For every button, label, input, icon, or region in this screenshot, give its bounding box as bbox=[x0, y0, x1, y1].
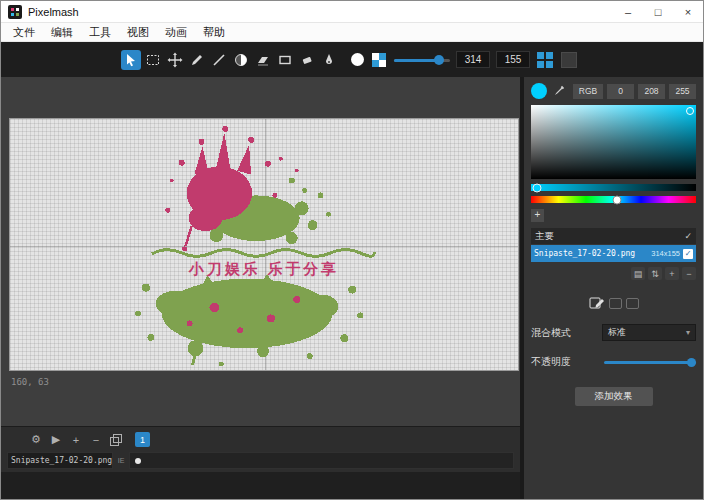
menu-edit[interactable]: 编辑 bbox=[43, 25, 81, 40]
menu-view[interactable]: 视图 bbox=[119, 25, 157, 40]
app-logo-icon bbox=[8, 5, 22, 19]
timeline-panel: ⚙ ▶ + − 1 Snipaste_17-02-20.png IE bbox=[1, 426, 520, 472]
move-icon bbox=[167, 52, 183, 68]
tool-pencil[interactable] bbox=[187, 50, 207, 70]
layer-buttons-row: ▤ ⇅ + − bbox=[531, 267, 696, 280]
frame-1-button[interactable]: 1 bbox=[135, 432, 150, 447]
effect-frame-icon-1[interactable] bbox=[609, 298, 622, 309]
pen-nib-icon bbox=[321, 52, 337, 68]
brush-shape-circle-icon[interactable] bbox=[351, 53, 364, 66]
green-value-input[interactable]: 208 bbox=[638, 84, 665, 99]
hue-slider-handle[interactable] bbox=[612, 195, 621, 204]
effect-frame-icon-2[interactable] bbox=[626, 298, 639, 309]
add-swatch-button[interactable]: + bbox=[531, 209, 544, 222]
tool-pen[interactable] bbox=[319, 50, 339, 70]
opacity-label: 不透明度 bbox=[531, 355, 571, 369]
blend-mode-dropdown[interactable]: 标准 ▾ bbox=[602, 324, 696, 341]
layer-group-label: 主要 bbox=[535, 230, 554, 243]
grid-icon bbox=[536, 51, 554, 69]
hue-slider[interactable] bbox=[531, 196, 696, 203]
timeline-controls: ⚙ ▶ + − 1 bbox=[1, 427, 520, 452]
dither-pattern-icon[interactable] bbox=[372, 53, 386, 67]
eraser-icon bbox=[299, 52, 315, 68]
keyframe-track[interactable] bbox=[129, 452, 514, 469]
tool-gradient[interactable] bbox=[231, 50, 251, 70]
right-panel: RGB 0 208 255 + 主要 ✓ Snipaste_17-02-20.p… bbox=[524, 77, 703, 499]
tool-line[interactable] bbox=[209, 50, 229, 70]
layer-size: 314x155 bbox=[651, 249, 680, 258]
add-effect-row: 添加效果 bbox=[531, 387, 696, 406]
pixel-art: 小刀娱乐 乐于分享 bbox=[10, 119, 518, 370]
keyframe-dot[interactable] bbox=[135, 458, 141, 464]
opacity-row: 不透明度 bbox=[531, 355, 696, 369]
delete-layer-button[interactable]: − bbox=[682, 267, 696, 280]
add-effect-button[interactable]: 添加效果 bbox=[575, 387, 653, 406]
marquee-icon bbox=[145, 52, 161, 68]
menu-help[interactable]: 帮助 bbox=[195, 25, 233, 40]
tool-marquee[interactable] bbox=[143, 50, 163, 70]
toolbar: 314 155 bbox=[1, 42, 703, 77]
pixel-canvas[interactable]: 小刀娱乐 乐于分享 bbox=[9, 118, 519, 371]
red-value-input[interactable]: 0 bbox=[607, 84, 634, 99]
chevron-down-icon: ▾ bbox=[686, 328, 690, 337]
pixel-grid-toggle-button[interactable] bbox=[535, 50, 555, 70]
tool-select[interactable] bbox=[121, 50, 141, 70]
brightness-slider[interactable] bbox=[531, 184, 696, 191]
gradient-circle-icon bbox=[233, 52, 249, 68]
menu-bar: 文件 编辑 工具 视图 动画 帮助 bbox=[1, 23, 703, 42]
timeline-layer-badge: IE bbox=[113, 452, 129, 469]
maximize-button[interactable]: □ bbox=[643, 1, 673, 22]
eyedropper-icon[interactable] bbox=[553, 85, 565, 97]
tool-rectangle[interactable] bbox=[275, 50, 295, 70]
reorder-layer-button[interactable]: ⇅ bbox=[648, 267, 662, 280]
layer-name: Snipaste_17-02-20.png bbox=[534, 249, 648, 258]
menu-file[interactable]: 文件 bbox=[5, 25, 43, 40]
tool-eraser[interactable] bbox=[297, 50, 317, 70]
opacity-slider-track bbox=[604, 361, 696, 364]
rectangle-icon bbox=[277, 52, 293, 68]
timeline-layer-row: Snipaste_17-02-20.png IE bbox=[7, 452, 520, 469]
slider-handle[interactable] bbox=[434, 55, 444, 65]
secondary-view-toggle-button[interactable] bbox=[561, 52, 577, 68]
timeline-settings-button[interactable]: ⚙ bbox=[27, 432, 45, 448]
opacity-slider-handle[interactable] bbox=[687, 358, 696, 367]
minimize-button[interactable]: – bbox=[613, 1, 643, 22]
tool-fill[interactable] bbox=[253, 50, 273, 70]
add-layer-button[interactable]: ▤ bbox=[631, 267, 645, 280]
tool-move[interactable] bbox=[165, 50, 185, 70]
layer-group-header[interactable]: 主要 ✓ bbox=[531, 228, 696, 244]
view-toggle-group bbox=[535, 50, 577, 70]
color-controls-row: RGB 0 208 255 bbox=[531, 83, 696, 99]
color-mode-select[interactable]: RGB bbox=[573, 84, 603, 99]
brush-size-slider[interactable] bbox=[394, 54, 450, 66]
new-layer-button[interactable]: + bbox=[665, 267, 679, 280]
layer-item-selected[interactable]: Snipaste_17-02-20.png 314x155 ✓ bbox=[531, 245, 696, 262]
art-text: 小刀娱乐 乐于分享 bbox=[188, 261, 339, 277]
sv-picker-marker[interactable] bbox=[686, 107, 694, 115]
duplicate-frame-button[interactable] bbox=[107, 432, 125, 448]
brightness-slider-handle[interactable] bbox=[533, 183, 542, 192]
green-splat-bottom bbox=[135, 274, 363, 367]
timeline-layer-name[interactable]: Snipaste_17-02-20.png bbox=[7, 452, 113, 469]
canvas-width-input[interactable]: 314 bbox=[456, 51, 490, 68]
close-button[interactable]: × bbox=[673, 1, 703, 22]
play-button[interactable]: ▶ bbox=[47, 432, 65, 448]
bottom-strip bbox=[1, 472, 520, 499]
add-frame-button[interactable]: + bbox=[67, 432, 85, 448]
layer-group-visibility-check[interactable]: ✓ bbox=[684, 231, 692, 241]
saturation-value-picker[interactable] bbox=[531, 105, 696, 179]
slider-fill bbox=[394, 59, 439, 62]
edit-effect-icon[interactable] bbox=[589, 296, 605, 310]
opacity-slider[interactable] bbox=[604, 357, 696, 368]
canvas-height-input[interactable]: 155 bbox=[496, 51, 530, 68]
current-color-swatch[interactable] bbox=[531, 83, 547, 99]
window-controls: – □ × bbox=[613, 1, 703, 22]
window-title: Pixelmash bbox=[28, 6, 79, 18]
app-window: Pixelmash – □ × 文件 编辑 工具 视图 动画 帮助 bbox=[0, 0, 704, 500]
blue-value-input[interactable]: 255 bbox=[669, 84, 696, 99]
pencil-icon bbox=[189, 52, 205, 68]
menu-animation[interactable]: 动画 bbox=[157, 25, 195, 40]
remove-frame-button[interactable]: − bbox=[87, 432, 105, 448]
menu-tools[interactable]: 工具 bbox=[81, 25, 119, 40]
layer-visibility-checkbox[interactable]: ✓ bbox=[683, 249, 693, 259]
